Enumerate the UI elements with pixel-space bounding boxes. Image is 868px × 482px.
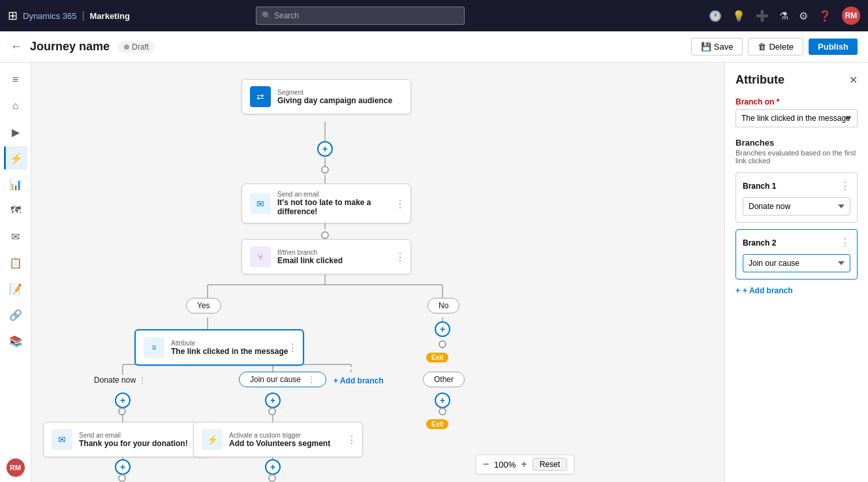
- branch1-name: Branch 1: [743, 182, 776, 191]
- panel-close-button[interactable]: ✕: [849, 74, 858, 86]
- journey-canvas: ⇄ Segment Giving day campaign audience +…: [31, 63, 717, 482]
- left-sidebar: ≡ ⌂ ▶ ⚡ 📊 🗺 ✉ 📋 📝 🔗 📚 RM: [0, 63, 31, 482]
- email1-card[interactable]: ✉ Send an email It's not too late to mak…: [241, 184, 411, 223]
- add-branch-button[interactable]: + Add branch: [333, 376, 384, 385]
- join-dots[interactable]: ⋮: [307, 375, 315, 384]
- trigger-content: Activate a custom trigger Add to Volunte…: [229, 432, 354, 448]
- search-input[interactable]: [274, 11, 459, 20]
- sidebar-item-home[interactable]: ⌂: [4, 94, 27, 118]
- add-node-no[interactable]: +: [435, 321, 450, 337]
- branch-on-select[interactable]: The link clicked in the message: [736, 109, 858, 127]
- plus-no-branch[interactable]: +: [435, 321, 450, 337]
- zoom-minus-button[interactable]: −: [483, 458, 489, 470]
- circle-other: [439, 408, 446, 415]
- sidebar-item-email[interactable]: ✉: [4, 225, 27, 248]
- clock-icon[interactable]: 🕐: [709, 10, 722, 22]
- save-button[interactable]: 💾 Save: [691, 38, 743, 56]
- required-star: *: [777, 97, 780, 106]
- help-icon[interactable]: ❓: [818, 10, 831, 22]
- bulb-icon[interactable]: 💡: [732, 10, 745, 22]
- canvas-area[interactable]: ⇄ Segment Giving day campaign audience +…: [31, 63, 724, 482]
- delete-icon: 🗑: [758, 42, 766, 52]
- plus-join-bottom[interactable]: +: [265, 459, 281, 475]
- plus-donate-bottom[interactable]: +: [115, 459, 131, 475]
- page-title: Journey name: [30, 40, 110, 54]
- segment-node[interactable]: ⇄ Segment Giving day campaign audience: [241, 79, 410, 114]
- settings-icon[interactable]: ⚙: [799, 10, 808, 22]
- publish-button[interactable]: Publish: [809, 39, 858, 55]
- join-label: Join our cause ⋮: [239, 372, 326, 387]
- brand-name: Dynamics 365: [23, 11, 76, 21]
- plus-after-segment[interactable]: +: [317, 141, 333, 157]
- sidebar-item-avatar[interactable]: RM: [7, 458, 25, 477]
- branches-sub: Branches evaluated based on the first li…: [736, 149, 858, 165]
- sidebar-item-journey[interactable]: ⚡: [4, 146, 27, 170]
- no-oval: No: [427, 298, 459, 313]
- add-branch-panel-button[interactable]: + + Add branch: [736, 286, 793, 295]
- connector-donate-circle: [118, 408, 126, 415]
- email1-icon: ✉: [250, 193, 271, 214]
- add-node-join[interactable]: +: [265, 393, 281, 408]
- attribute-icon: ≡: [144, 337, 164, 358]
- delete-button[interactable]: 🗑 Delete: [748, 38, 803, 56]
- filter-icon[interactable]: ⚗: [779, 10, 788, 22]
- zoom-reset-button[interactable]: Reset: [533, 458, 567, 471]
- plus-donate[interactable]: +: [115, 393, 131, 408]
- trigger-card[interactable]: ⚡ Activate a custom trigger Add to Volun…: [193, 422, 363, 457]
- add-node-button-1[interactable]: +: [317, 141, 333, 157]
- email2-card[interactable]: ✉ Send an email Thank you for your donat…: [43, 422, 213, 457]
- attribute-dots[interactable]: ⋮: [287, 342, 298, 354]
- sidebar-item-links[interactable]: 🔗: [4, 303, 27, 327]
- attribute-node[interactable]: ≡ Attribute The link clicked in the mess…: [134, 329, 283, 366]
- ifthen-node[interactable]: ⑂ If/then branch Email link clicked ⋮: [241, 239, 410, 274]
- exit-no: Exit: [426, 350, 448, 362]
- trigger-node[interactable]: ⚡ Activate a custom trigger Add to Volun…: [193, 422, 356, 457]
- branch1-dots[interactable]: ⋮: [840, 180, 850, 192]
- sidebar-item-menu[interactable]: ≡: [4, 68, 27, 91]
- branch2-dots[interactable]: ⋮: [840, 236, 850, 249]
- subbar: ← Journey name Draft 💾 Save 🗑 Delete Pub…: [0, 31, 868, 63]
- add-node-donate-bottom[interactable]: +: [115, 459, 131, 475]
- connector-other-circle: [439, 408, 446, 415]
- back-button[interactable]: ←: [10, 40, 22, 54]
- add-branch-panel-icon: +: [736, 286, 740, 295]
- plus-other[interactable]: +: [435, 393, 450, 408]
- sidebar-item-library[interactable]: 📚: [4, 329, 27, 353]
- ifthen-card[interactable]: ⑂ If/then branch Email link clicked ⋮: [241, 239, 411, 274]
- email1-dots[interactable]: ⋮: [395, 197, 405, 210]
- add-branch-canvas[interactable]: + Add branch: [333, 374, 384, 386]
- trigger-icon: ⚡: [202, 429, 223, 450]
- attribute-card[interactable]: ≡ Attribute The link clicked in the mess…: [134, 329, 304, 366]
- grid-icon[interactable]: ⊞: [8, 8, 18, 23]
- ifthen-dots[interactable]: ⋮: [395, 251, 405, 263]
- branches-section: Branches Branches evaluated based on the…: [736, 138, 858, 295]
- connector-join-bottom-circle: [268, 474, 276, 482]
- email2-node[interactable]: ✉ Send an email Thank you for your donat…: [43, 422, 205, 457]
- sidebar-item-segments[interactable]: 🗺: [4, 199, 27, 222]
- trigger-dots[interactable]: ⋮: [347, 434, 357, 446]
- yes-oval: Yes: [186, 298, 221, 313]
- segment-card[interactable]: ⇄ Segment Giving day campaign audience: [241, 79, 411, 114]
- top-navigation: ⊞ Dynamics 365 | Marketing 🔍 🕐 💡 ➕ ⚗ ⚙ ❓…: [0, 0, 868, 31]
- ifthen-label: If/then branch: [277, 249, 403, 256]
- add-node-other[interactable]: +: [435, 393, 450, 408]
- branch1-select[interactable]: Donate now: [743, 197, 850, 216]
- plus-icon[interactable]: ➕: [756, 10, 769, 22]
- branch2-select[interactable]: Join our cause: [743, 254, 850, 272]
- avatar[interactable]: RM: [842, 7, 860, 25]
- sidebar-item-content[interactable]: 📝: [4, 277, 27, 300]
- plus-join[interactable]: +: [265, 393, 281, 408]
- add-node-join-bottom[interactable]: +: [265, 459, 281, 475]
- yes-label: Yes: [186, 298, 221, 313]
- branch1-panel: Branch 1 ⋮ Donate now: [736, 172, 858, 223]
- donate-dots[interactable]: ⋮: [138, 376, 146, 385]
- email1-node[interactable]: ✉ Send an email It's not too late to mak…: [241, 184, 410, 223]
- zoom-plus-button[interactable]: +: [521, 458, 527, 470]
- sidebar-item-forms[interactable]: 📋: [4, 251, 27, 274]
- search-icon: 🔍: [262, 11, 271, 20]
- sidebar-item-analytics[interactable]: 📊: [4, 172, 27, 196]
- email1-content: Send an email It's not too late to make …: [277, 191, 403, 216]
- sidebar-item-play[interactable]: ▶: [4, 120, 27, 144]
- add-node-donate[interactable]: +: [115, 393, 131, 408]
- search-bar[interactable]: 🔍: [256, 7, 465, 25]
